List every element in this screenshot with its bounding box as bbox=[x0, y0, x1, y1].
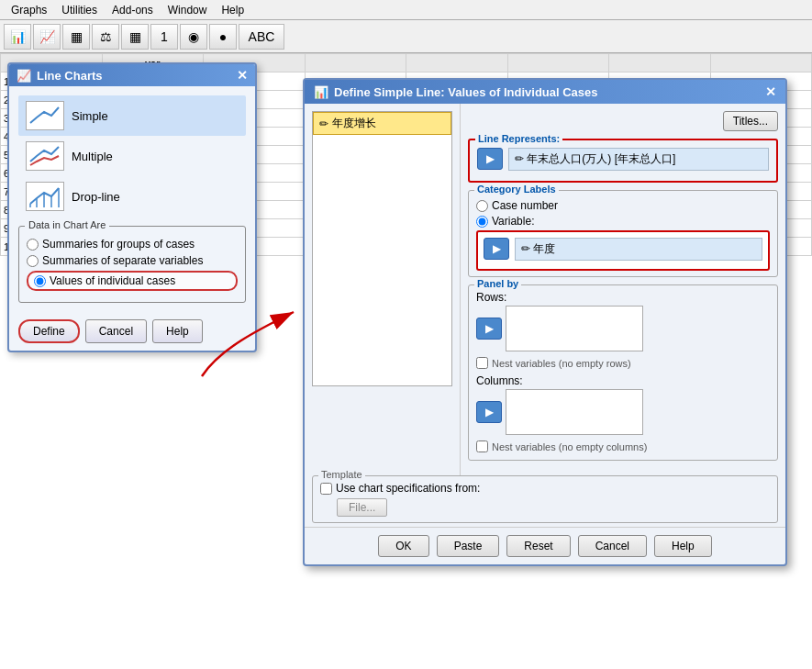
line-represents-legend: Line Represents: bbox=[475, 133, 562, 144]
radio-individual[interactable]: Values of individual cases bbox=[27, 271, 238, 291]
panel-cols-arrow-btn[interactable]: ▶ bbox=[476, 401, 502, 423]
cat-radio-case-label: Case number bbox=[492, 199, 558, 212]
cat-variable-value: ✏ 年度 bbox=[521, 241, 555, 257]
variable-item-niandu[interactable]: ✏ 年度增长 bbox=[313, 112, 451, 135]
variable-label: 年度增长 bbox=[332, 116, 376, 131]
line-represents-field: ✏ 年末总人口(万人) [年末总人口] bbox=[508, 148, 769, 171]
radio-individual-label: Values of individual cases bbox=[50, 274, 175, 287]
chart-type-simple-label: Simple bbox=[72, 109, 108, 123]
radio-summaries-vars[interactable]: Summaries of separate variables bbox=[27, 254, 238, 267]
define-icon: 📊 bbox=[314, 85, 328, 99]
col-header-empty6 bbox=[710, 54, 812, 72]
linecharts-buttons: Define Cancel Help bbox=[9, 312, 255, 351]
menu-addons[interactable]: Add-ons bbox=[105, 2, 161, 18]
toolbar: 📊 📈 ▦ ⚖ ▦ 1 ◉ ● ABC bbox=[0, 20, 812, 53]
define-right-panel: Titles... Line Represents: ▶ ✏ 年末总人口(万人)… bbox=[461, 104, 785, 475]
cat-variable-row: ▶ ✏ 年度 bbox=[484, 236, 762, 262]
toolbar-btn-5[interactable]: ▦ bbox=[121, 24, 149, 50]
line-represents-value: ✏ 年末总人口(万人) [年末总人口] bbox=[515, 151, 675, 167]
toolbar-btn-8[interactable]: ● bbox=[209, 24, 237, 50]
line-represents-arrow-btn[interactable]: ▶ bbox=[477, 148, 503, 170]
menu-utilities[interactable]: Utilities bbox=[54, 2, 105, 18]
panel-rows-input[interactable] bbox=[506, 306, 643, 351]
radio-summaries-vars-label: Summaries of separate variables bbox=[42, 254, 203, 267]
line-represents-row: ▶ ✏ 年末总人口(万人) [年末总人口] bbox=[477, 146, 769, 172]
radio-individual-input[interactable] bbox=[34, 275, 46, 287]
define-left-panel: ✏ 年度增长 bbox=[305, 104, 461, 475]
define-body: ✏ 年度增长 Titles... Line Represents: ▶ ✏ 年末… bbox=[305, 104, 785, 475]
menu-help[interactable]: Help bbox=[214, 2, 251, 18]
panel-nest-cols-row[interactable]: Nest variables (no empty columns) bbox=[476, 440, 770, 452]
linecharts-body: Simple Multiple bbox=[9, 86, 255, 312]
panel-nest-cols-check[interactable] bbox=[476, 440, 488, 452]
radio-summaries-groups-label: Summaries for groups of cases bbox=[42, 238, 195, 251]
simple-chart-icon bbox=[26, 101, 64, 130]
panel-cols-row: Columns: ▶ bbox=[476, 374, 770, 435]
toolbar-btn-6[interactable]: 1 bbox=[150, 24, 178, 50]
menubar: Graphs Utilities Add-ons Window Help bbox=[0, 0, 812, 20]
panel-rows-label: Rows: bbox=[476, 291, 506, 304]
linecharts-close-button[interactable]: ✕ bbox=[237, 68, 248, 83]
template-legend: Template bbox=[318, 469, 365, 480]
panel-rows-row: Rows: ▶ bbox=[476, 291, 770, 351]
panel-nest-rows-check[interactable] bbox=[476, 357, 488, 369]
cat-radio-case-input[interactable] bbox=[476, 200, 488, 212]
chart-type-dropline[interactable]: Drop-line bbox=[18, 176, 246, 217]
panel-rows-arrow-btn[interactable]: ▶ bbox=[476, 318, 502, 340]
col-header-empty2 bbox=[305, 54, 406, 72]
template-section: Template Use chart specifications from: … bbox=[312, 475, 778, 523]
radio-summaries-groups-input[interactable] bbox=[27, 239, 39, 251]
toolbar-btn-2[interactable]: 📈 bbox=[33, 24, 61, 50]
menu-window[interactable]: Window bbox=[161, 2, 215, 18]
ok-button[interactable]: OK bbox=[378, 535, 428, 557]
panel-cols-label: Columns: bbox=[476, 374, 523, 387]
menu-graphs[interactable]: Graphs bbox=[4, 2, 54, 18]
toolbar-btn-7[interactable]: ◉ bbox=[180, 24, 207, 50]
cat-radio-case-row[interactable]: Case number bbox=[476, 199, 770, 212]
define-title-bar: 📊 Define Simple Line: Values of Individu… bbox=[305, 80, 785, 104]
radio-summaries-groups[interactable]: Summaries for groups of cases bbox=[27, 238, 238, 251]
paste-button[interactable]: Paste bbox=[437, 535, 500, 557]
reset-button[interactable]: Reset bbox=[506, 535, 570, 557]
titles-button[interactable]: Titles... bbox=[723, 111, 778, 131]
data-in-chart-group: Data in Chart Are Summaries for groups o… bbox=[18, 226, 246, 303]
panel-section: Panel by Rows: ▶ Nest variables (no empt… bbox=[468, 284, 778, 461]
cat-variable-field: ✏ 年度 bbox=[515, 238, 762, 261]
panel-cols-input[interactable] bbox=[506, 389, 643, 435]
col-header-empty4 bbox=[507, 54, 609, 72]
panel-nest-cols-label: Nest variables (no empty columns) bbox=[492, 441, 647, 452]
radio-summaries-vars-input[interactable] bbox=[27, 255, 39, 267]
cancel-button-linecharts[interactable]: Cancel bbox=[85, 319, 147, 343]
data-group-legend: Data in Chart Are bbox=[25, 219, 109, 230]
help-button-linecharts[interactable]: Help bbox=[152, 319, 203, 343]
template-check-row[interactable]: Use chart specifications from: bbox=[320, 482, 770, 495]
toolbar-btn-9[interactable]: ABC bbox=[239, 24, 284, 50]
define-footer: OK Paste Reset Cancel Help bbox=[305, 527, 785, 564]
col-header-empty5 bbox=[609, 54, 711, 72]
template-check[interactable] bbox=[320, 483, 332, 495]
line-represents-section: Line Represents: ▶ ✏ 年末总人口(万人) [年末总人口] bbox=[468, 139, 778, 183]
chart-type-simple[interactable]: Simple bbox=[18, 95, 246, 136]
col-header-empty3 bbox=[406, 54, 508, 72]
cat-variable-arrow-btn[interactable]: ▶ bbox=[484, 238, 509, 260]
cat-radio-variable-row[interactable]: Variable: bbox=[476, 215, 770, 228]
category-labels-section: Category Labels Case number Variable: ▶ … bbox=[468, 190, 778, 277]
panel-nest-rows-label: Nest variables (no empty rows) bbox=[492, 358, 631, 369]
toolbar-btn-3[interactable]: ▦ bbox=[62, 24, 90, 50]
linecharts-icon: 📈 bbox=[17, 69, 31, 83]
cat-radio-variable-input[interactable] bbox=[476, 216, 488, 228]
define-close-button[interactable]: ✕ bbox=[765, 84, 776, 99]
cancel-button-define[interactable]: Cancel bbox=[578, 535, 647, 557]
panel-nest-rows-row[interactable]: Nest variables (no empty rows) bbox=[476, 357, 770, 369]
chart-type-multiple[interactable]: Multiple bbox=[18, 136, 246, 176]
define-dialog: 📊 Define Simple Line: Values of Individu… bbox=[303, 78, 787, 566]
toolbar-btn-1[interactable]: 📊 bbox=[4, 24, 31, 50]
chart-type-dropline-label: Drop-line bbox=[72, 190, 120, 204]
template-file-button[interactable]: File... bbox=[337, 498, 387, 517]
toolbar-btn-4[interactable]: ⚖ bbox=[92, 24, 119, 50]
define-button[interactable]: Define bbox=[18, 319, 80, 343]
define-title-text: Define Simple Line: Values of Individual… bbox=[334, 85, 598, 99]
linecharts-title-text: Line Charts bbox=[37, 69, 103, 83]
help-button-define[interactable]: Help bbox=[654, 535, 712, 557]
cat-variable-box: ▶ ✏ 年度 bbox=[476, 230, 770, 271]
